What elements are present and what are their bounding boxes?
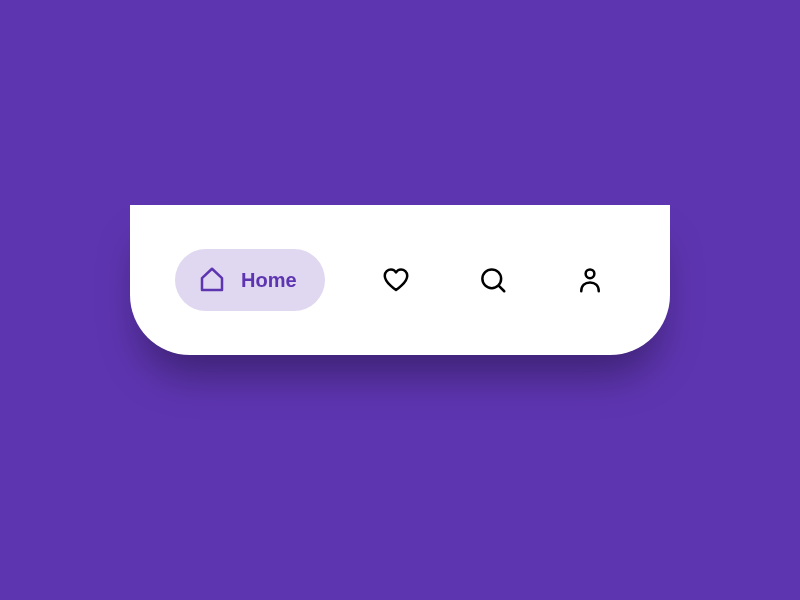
nav-label-home: Home — [241, 269, 297, 292]
svg-point-2 — [586, 269, 595, 278]
nav-item-favorites[interactable] — [371, 255, 421, 305]
heart-icon — [381, 265, 411, 295]
nav-item-profile[interactable] — [565, 255, 615, 305]
bottom-nav: Home — [130, 205, 670, 355]
nav-item-search[interactable] — [468, 255, 518, 305]
home-icon — [197, 265, 227, 295]
user-icon — [575, 265, 605, 295]
svg-line-1 — [499, 286, 505, 292]
search-icon — [478, 265, 508, 295]
nav-item-home[interactable]: Home — [175, 249, 325, 311]
